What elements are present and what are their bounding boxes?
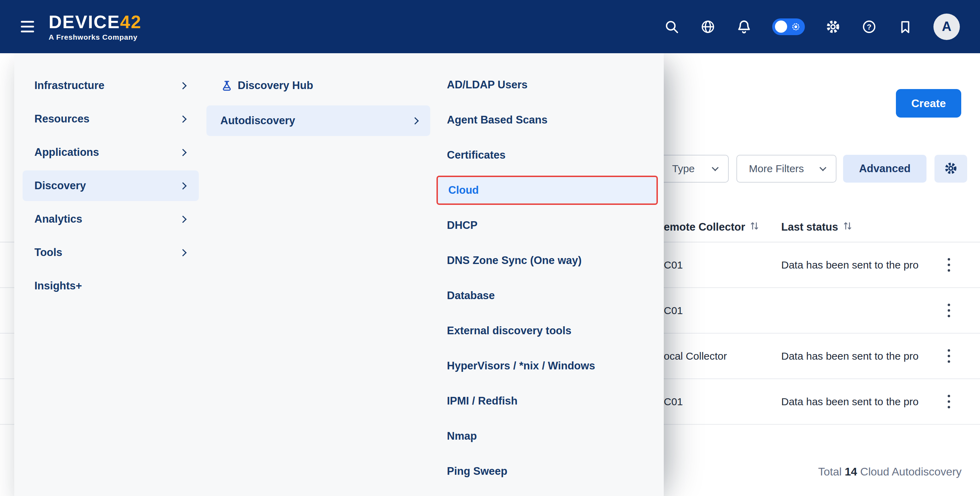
total-suffix: Cloud Autodiscovery bbox=[860, 466, 962, 478]
menu-item-label: External discovery tools bbox=[447, 325, 571, 337]
more-filters-label: More Filters bbox=[749, 163, 804, 175]
cell-remote-collector: C01 bbox=[664, 396, 683, 408]
menu-item-external-discovery-tools[interactable]: External discovery tools bbox=[436, 316, 658, 345]
menu-item-label: Database bbox=[447, 289, 495, 302]
chevron-down-icon bbox=[712, 164, 719, 171]
svg-text:?: ? bbox=[867, 22, 871, 31]
menu-item-discovery-hub[interactable]: Discovery Hub bbox=[207, 70, 430, 101]
table-total-count: Total 14 Cloud Autodiscovery bbox=[818, 466, 962, 478]
menu-level3: AD/LDAP Users Agent Based Scans Certific… bbox=[432, 53, 658, 496]
brand-name: DEVICE bbox=[49, 12, 120, 32]
cell-last-status: Data has been sent to the pro bbox=[781, 396, 918, 408]
toggle-knob-icon bbox=[775, 21, 787, 33]
menu-item-label: IPMI / Redfish bbox=[447, 395, 517, 407]
menu-item-label: Cloud bbox=[448, 184, 479, 196]
menu-item-label: DNS Zone Sync (One way) bbox=[447, 254, 582, 267]
chevron-right-icon bbox=[179, 148, 187, 156]
create-button[interactable]: Create bbox=[896, 89, 961, 118]
menu-item-resources[interactable]: Resources bbox=[22, 104, 199, 134]
menu-item-cloud[interactable]: Cloud bbox=[436, 175, 658, 205]
total-count: 14 bbox=[845, 466, 858, 478]
menu-item-analytics[interactable]: Analytics bbox=[22, 204, 199, 234]
total-prefix: Total bbox=[818, 466, 842, 478]
menu-item-ping-sweep[interactable]: Ping Sweep bbox=[436, 457, 658, 486]
bell-icon[interactable] bbox=[736, 19, 752, 35]
globe-icon[interactable] bbox=[700, 19, 716, 35]
chevron-down-icon bbox=[819, 164, 826, 171]
cell-last-status: Data has been sent to the pro bbox=[781, 350, 918, 362]
table-settings-button[interactable] bbox=[934, 155, 967, 183]
type-filter-label: Type bbox=[672, 163, 695, 175]
theme-toggle[interactable] bbox=[772, 18, 805, 35]
menu-item-label: Discovery bbox=[34, 179, 86, 192]
column-header-remote-collector[interactable]: emote Collector bbox=[664, 220, 759, 234]
chevron-right-icon bbox=[179, 182, 187, 189]
menu-item-dhcp[interactable]: DHCP bbox=[436, 211, 658, 240]
cell-remote-collector: C01 bbox=[664, 305, 683, 317]
cell-remote-collector: ocal Collector bbox=[664, 350, 727, 362]
menu-item-autodiscovery[interactable]: Autodiscovery bbox=[207, 105, 430, 136]
row-actions-kebab[interactable] bbox=[942, 300, 956, 322]
column-header-last-status[interactable]: Last status bbox=[781, 220, 852, 234]
chevron-right-icon bbox=[179, 115, 187, 123]
row-actions-kebab[interactable] bbox=[942, 391, 956, 413]
menu-item-discovery[interactable]: Discovery bbox=[22, 171, 199, 201]
menu-item-applications[interactable]: Applications bbox=[22, 137, 199, 167]
brand-accent: 42 bbox=[120, 12, 142, 32]
cell-remote-collector: C01 bbox=[664, 259, 683, 271]
menu-item-ad-ldap-users[interactable]: AD/LDAP Users bbox=[436, 70, 658, 99]
hamburger-menu-icon[interactable] bbox=[20, 19, 35, 34]
menu-item-label: Nmap bbox=[447, 430, 477, 442]
menu-item-dns-zone-sync[interactable]: DNS Zone Sync (One way) bbox=[436, 246, 658, 275]
gear-icon[interactable] bbox=[825, 19, 841, 35]
brand-logo[interactable]: DEVICE42 A Freshworks Company bbox=[49, 13, 142, 41]
chevron-right-icon bbox=[179, 215, 187, 223]
menu-item-label: Resources bbox=[34, 113, 90, 125]
menu-item-label: Analytics bbox=[34, 213, 82, 225]
menu-item-tools[interactable]: Tools bbox=[22, 237, 199, 268]
search-icon[interactable] bbox=[664, 19, 680, 35]
chevron-right-icon bbox=[179, 82, 187, 89]
menu-item-label: Infrastructure bbox=[34, 79, 105, 92]
menu-item-infrastructure[interactable]: Infrastructure bbox=[22, 70, 199, 101]
more-filters-dropdown[interactable]: More Filters bbox=[737, 155, 837, 183]
menu-item-label: Agent Based Scans bbox=[447, 114, 547, 126]
avatar-initial: A bbox=[942, 19, 951, 34]
menu-item-database[interactable]: Database bbox=[436, 281, 658, 310]
menu-item-ipmi-redfish[interactable]: IPMI / Redfish bbox=[436, 386, 658, 416]
advanced-button[interactable]: Advanced bbox=[843, 155, 926, 183]
discovery-hub-icon bbox=[220, 80, 231, 91]
column-label: Last status bbox=[781, 221, 838, 233]
chevron-right-icon bbox=[179, 249, 187, 256]
menu-item-agent-based-scans[interactable]: Agent Based Scans bbox=[436, 105, 658, 135]
menu-item-insights[interactable]: Insights+ bbox=[22, 271, 199, 301]
menu-level1: Infrastructure Resources Applications Di… bbox=[14, 53, 207, 496]
menu-item-label: Autodiscovery bbox=[220, 115, 295, 127]
menu-item-label: Applications bbox=[34, 146, 99, 159]
menu-item-label: DHCP bbox=[447, 219, 477, 232]
row-actions-kebab[interactable] bbox=[942, 254, 956, 276]
cell-last-status: Data has been sent to the pro bbox=[781, 259, 918, 271]
help-icon[interactable]: ? bbox=[861, 19, 877, 35]
column-label: emote Collector bbox=[664, 221, 745, 233]
gear-icon bbox=[944, 161, 958, 176]
menu-item-hypervisors-nix-windows[interactable]: HyperVisors / *nix / Windows bbox=[436, 351, 658, 381]
chevron-right-icon bbox=[412, 117, 419, 124]
menu-item-label: Certificates bbox=[447, 149, 506, 161]
menu-item-label: HyperVisors / *nix / Windows bbox=[447, 360, 595, 372]
top-navbar: DEVICE42 A Freshworks Company bbox=[0, 0, 980, 53]
menu-item-label: AD/LDAP Users bbox=[447, 79, 528, 91]
mega-menu-panel: Infrastructure Resources Applications Di… bbox=[14, 53, 664, 496]
menu-item-nmap[interactable]: Nmap bbox=[436, 421, 658, 451]
sort-icon[interactable] bbox=[843, 220, 852, 234]
menu-item-label: Tools bbox=[34, 246, 62, 259]
menu-item-certificates[interactable]: Certificates bbox=[436, 140, 658, 170]
sun-icon bbox=[791, 22, 801, 32]
bookmark-icon[interactable] bbox=[897, 19, 913, 35]
menu-item-label: Insights+ bbox=[34, 280, 82, 292]
menu-level2: Discovery Hub Autodiscovery bbox=[207, 53, 432, 496]
user-avatar[interactable]: A bbox=[934, 14, 960, 40]
sort-icon[interactable] bbox=[750, 220, 759, 234]
menu-item-label: Ping Sweep bbox=[447, 465, 508, 478]
row-actions-kebab[interactable] bbox=[942, 345, 956, 367]
